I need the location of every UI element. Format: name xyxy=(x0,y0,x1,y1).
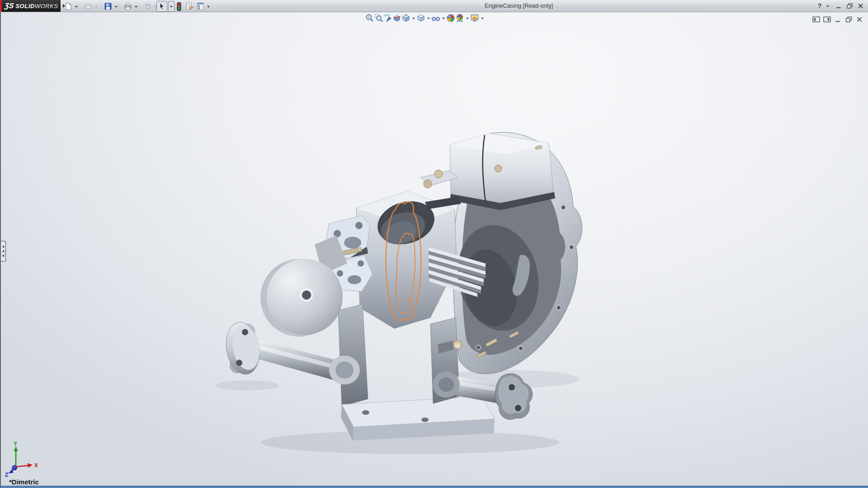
document-window-controls xyxy=(812,16,863,23)
file-properties-button[interactable] xyxy=(184,1,195,12)
view-settings-icon xyxy=(470,14,479,23)
section-view-button[interactable] xyxy=(392,14,401,23)
close-button[interactable] xyxy=(856,2,864,9)
open-dropdown[interactable] xyxy=(93,1,99,12)
x-axis-arrow xyxy=(28,463,33,468)
document-minimize-button[interactable] xyxy=(834,16,842,23)
close-icon xyxy=(856,16,863,23)
options-button[interactable] xyxy=(195,1,206,12)
help-icon: ? xyxy=(818,2,822,9)
minimize-icon xyxy=(835,16,841,23)
viewport-canvas[interactable] xyxy=(1,12,868,488)
open-button[interactable] xyxy=(83,1,94,12)
display-style-button[interactable] xyxy=(416,14,425,23)
eyeglasses-icon xyxy=(431,14,440,23)
display-style-dropdown[interactable] xyxy=(425,14,431,23)
base-plate[interactable] xyxy=(341,396,495,441)
save-icon xyxy=(104,2,112,10)
top-cover-box[interactable] xyxy=(450,133,555,210)
featuremanager-collapsed-tab[interactable] xyxy=(1,241,6,262)
select-cursor-icon xyxy=(158,2,166,10)
previous-view-button[interactable] xyxy=(383,14,392,23)
undo-button[interactable] xyxy=(142,1,153,12)
options-checklist-icon xyxy=(196,2,205,10)
new-document-icon xyxy=(64,2,72,10)
select-tool-dropdown[interactable] xyxy=(168,1,175,12)
pane-left-button[interactable] xyxy=(812,16,820,23)
help-dropdown[interactable] xyxy=(826,2,830,9)
hide-show-items-button[interactable] xyxy=(431,14,440,23)
rebuild-button[interactable] xyxy=(175,1,183,12)
expand-left-arrow-icon xyxy=(1,245,4,248)
triad-origin xyxy=(12,465,17,470)
edit-appearance-button[interactable] xyxy=(446,14,455,23)
logo-ds-glyph: ƷS xyxy=(4,2,14,10)
apply-scene-button[interactable] xyxy=(455,14,464,23)
zoom-to-area-button[interactable] xyxy=(374,14,383,23)
logo-text-works: WORKS xyxy=(35,3,58,9)
appearance-sphere-icon xyxy=(446,14,455,23)
solidworks-window: ƷS SOLIDWORKS xyxy=(0,0,868,488)
y-axis-label: Y xyxy=(14,441,17,447)
engine-model[interactable] xyxy=(216,132,582,454)
left-mount-shaft[interactable] xyxy=(248,338,340,382)
section-view-icon xyxy=(392,14,401,23)
expand-left-arrow-icon xyxy=(1,254,4,257)
display-style-icon xyxy=(416,14,425,23)
pane-left-icon xyxy=(812,16,820,23)
view-orientation-dropdown[interactable] xyxy=(410,14,416,23)
print-dropdown[interactable] xyxy=(133,1,139,12)
select-tool-button[interactable] xyxy=(156,1,167,12)
solidworks-logo: ƷS SOLIDWORKS xyxy=(0,0,61,12)
print-button[interactable] xyxy=(123,1,133,12)
zoom-area-icon xyxy=(374,14,383,23)
headsup-view-toolbar xyxy=(365,14,485,23)
orientation-triad: Y X Z xyxy=(4,441,45,480)
flywheel-cover[interactable] xyxy=(260,235,347,337)
restore-icon xyxy=(847,3,853,9)
minimize-icon xyxy=(836,3,841,9)
open-folder-icon xyxy=(84,2,92,10)
apply-scene-icon xyxy=(455,14,464,23)
hide-show-items-dropdown[interactable] xyxy=(440,14,446,23)
previous-view-icon xyxy=(383,14,392,23)
logo-text-solid: SOLID xyxy=(15,3,34,9)
apply-scene-dropdown[interactable] xyxy=(464,14,470,23)
document-title: EngineCasing [Read-only] xyxy=(485,0,553,12)
view-orientation-label: *Dimetric xyxy=(9,478,39,486)
close-icon xyxy=(858,3,863,9)
traffic-light-icon xyxy=(176,2,182,11)
file-properties-icon xyxy=(185,2,194,10)
view-settings-button[interactable] xyxy=(470,14,479,23)
status-bar-edge xyxy=(1,486,868,488)
view-orientation-icon xyxy=(401,14,410,23)
graphics-viewport[interactable]: Y X Z *Dimetric xyxy=(0,12,868,488)
new-document-dropdown[interactable] xyxy=(73,1,80,12)
view-orientation-button[interactable] xyxy=(401,14,410,23)
save-button[interactable] xyxy=(103,1,113,12)
z-axis-label: Z xyxy=(5,472,8,478)
expand-left-arrow-icon xyxy=(1,250,4,253)
document-close-button[interactable] xyxy=(855,16,863,23)
zoom-to-fit-button[interactable] xyxy=(365,14,374,23)
restore-icon xyxy=(845,16,852,23)
title-bar: ƷS SOLIDWORKS xyxy=(0,0,868,12)
restore-button[interactable] xyxy=(845,2,854,9)
left-mount-flange[interactable] xyxy=(222,320,263,377)
minimize-button[interactable] xyxy=(835,2,843,9)
document-restore-button[interactable] xyxy=(844,16,853,23)
view-settings-dropdown[interactable] xyxy=(479,14,485,23)
logo-red-stripe xyxy=(0,0,2,12)
undo-icon xyxy=(143,2,151,10)
new-document-button[interactable] xyxy=(63,1,74,12)
options-dropdown[interactable] xyxy=(205,1,212,12)
zoom-fit-icon xyxy=(365,14,374,23)
save-dropdown[interactable] xyxy=(113,1,119,12)
help-button[interactable]: ? xyxy=(816,2,824,9)
x-axis-label: X xyxy=(34,462,38,469)
pane-right-icon xyxy=(823,16,831,23)
pane-right-button[interactable] xyxy=(823,16,831,23)
print-icon xyxy=(124,2,132,10)
